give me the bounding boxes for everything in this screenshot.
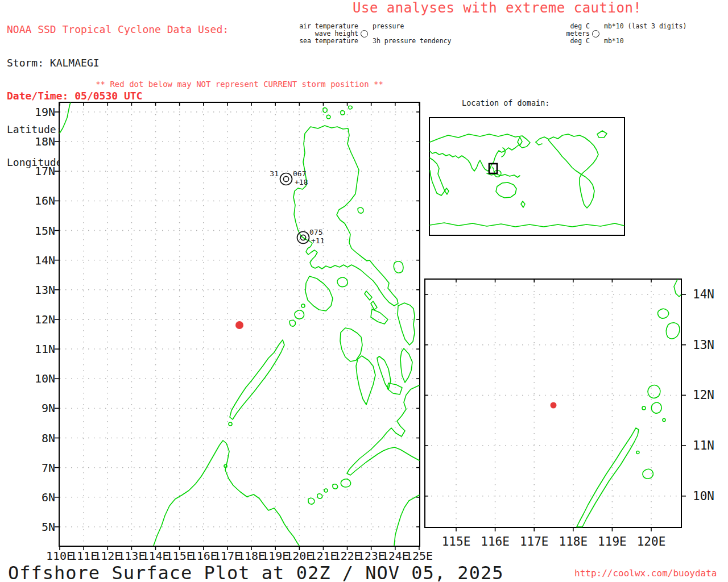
axis-tick-label: 120E — [286, 549, 313, 563]
legend-unit-degc-sea: deg C — [550, 38, 590, 45]
legend-unit-mb10-last3: mb*10 (last 3 digits) — [604, 23, 686, 30]
axis-tick-label: 11N — [35, 342, 55, 356]
axis-tick-label: 112E — [94, 549, 121, 563]
station-pressure: 075 — [309, 228, 322, 236]
station-circle-icon — [361, 30, 368, 38]
station-legend-units-right: mb*10 (last 3 digits) mb*10 — [604, 23, 686, 45]
axis-tick-label: 13N — [693, 338, 714, 352]
zoom-map — [424, 278, 682, 528]
red-dot-warning: ** Red dot below may NOT represent CURRE… — [60, 80, 419, 89]
station-tendency: +11 — [311, 237, 324, 245]
storm-name-line: Storm: KALMAEGI — [7, 57, 229, 69]
legend-pressure-tendency: 3h pressure tendency — [373, 38, 451, 45]
axis-tick-label: 7N — [42, 461, 55, 475]
main-map: 31 067 +18 075 +11 — [59, 102, 420, 547]
buoydata-link[interactable]: http://coolwx.com/buoydata — [574, 568, 717, 579]
offshore-surface-plot-page: NOAA SSD Tropical Cyclone Data Used: Sto… — [0, 0, 728, 582]
axis-tick-label: 119E — [262, 549, 289, 563]
station-pressure: 067 — [293, 170, 306, 178]
axis-tick-label: 123E — [358, 549, 385, 563]
axis-tick-label: 124E — [382, 549, 409, 563]
axis-tick-label: 14N — [35, 253, 55, 267]
axis-tick-label: 118E — [238, 549, 265, 563]
zoom-map-canvas — [425, 280, 681, 527]
axis-tick-label: 117E — [214, 549, 241, 563]
axis-tick-label: 13N — [35, 283, 55, 297]
axis-tick-label: 118E — [559, 535, 588, 548]
axis-tick-label: 12N — [693, 388, 714, 402]
axis-tick-label: 110E — [46, 549, 73, 563]
axis-tick-label: 14N — [693, 288, 714, 301]
station-circle-icon — [283, 176, 288, 181]
main-map-lon-axis: 110E111E112E113E114E115E116E117E118E119E… — [60, 549, 419, 563]
axis-tick-label: 12N — [35, 313, 55, 326]
axis-tick-label: 122E — [333, 549, 361, 563]
axis-tick-label: 111E — [70, 549, 97, 563]
caution-headline: Use analyses with extreme caution! — [353, 0, 642, 16]
zoom-map-lat-axis: 14N13N12N11N10N — [693, 280, 727, 527]
station-legend-units-left: deg C meters deg C — [550, 23, 590, 45]
axis-tick-label: 115E — [442, 535, 471, 548]
legend-sea-temperature: sea temperature — [296, 38, 358, 45]
axis-tick-label: 113E — [118, 549, 145, 563]
legend-pressure: pressure — [373, 23, 451, 30]
zoom-map-lon-axis: 115E116E117E118E119E120E — [425, 535, 681, 550]
plot-title: Offshore Surface Plot at 02Z / NOV 05, 2… — [8, 562, 503, 582]
axis-tick-label: 120E — [637, 535, 666, 548]
axis-tick-label: 10N — [35, 372, 55, 385]
station-legend-variables-left: air temperature wave height sea temperat… — [296, 23, 358, 45]
noaa-data-line: NOAA SSD Tropical Cyclone Data Used: — [7, 24, 229, 35]
axis-tick-label: 119E — [598, 535, 627, 548]
axis-tick-label: 125E — [406, 549, 433, 563]
axis-tick-label: 121E — [309, 549, 337, 563]
axis-tick-label: 117E — [520, 535, 549, 548]
coastlines-world — [430, 131, 624, 227]
axis-tick-label: 10N — [693, 489, 714, 503]
station-tendency: +18 — [295, 178, 308, 186]
world-map-canvas — [430, 118, 624, 235]
world-inset-map — [429, 117, 625, 236]
axis-tick-label: 9N — [42, 401, 55, 415]
axis-tick-label: 114E — [142, 549, 169, 563]
storm-position-dot — [551, 402, 557, 409]
station-legend-variables-right: pressure 3h pressure tendency — [373, 23, 451, 45]
axis-tick-label: 16N — [35, 194, 55, 207]
station-circle-icon — [280, 173, 292, 185]
legend-unit-mb10: mb*10 — [604, 38, 686, 45]
axis-tick-label: 11N — [693, 439, 714, 452]
axis-tick-label: 6N — [42, 490, 55, 504]
station-air-temp: 31 — [260, 170, 279, 178]
axis-tick-label: 5N — [42, 520, 55, 534]
main-map-canvas — [60, 103, 419, 546]
axis-tick-label: 116E — [190, 549, 217, 563]
coastlines-zoom — [577, 280, 681, 527]
inset-title: Location of domain: — [462, 98, 549, 107]
axis-tick-label: 116E — [481, 535, 510, 548]
datetime-line: Date/Time: 05/0530 UTC — [7, 90, 229, 102]
axis-tick-label: 8N — [42, 431, 55, 445]
axis-tick-label: 15N — [35, 224, 55, 238]
station-circle-icon — [592, 30, 599, 38]
axis-tick-label: 115E — [166, 549, 193, 563]
storm-position-dot — [235, 321, 243, 329]
